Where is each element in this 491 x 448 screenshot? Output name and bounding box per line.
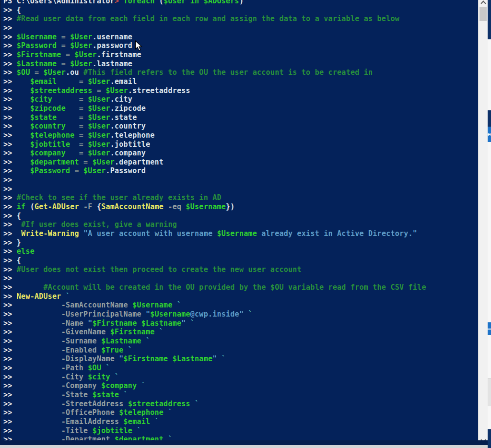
console-line: >> $Password = $User.password [3, 41, 478, 50]
console-line: >> $state = $User.state [3, 113, 478, 122]
console-line: >> New-ADUser ` [3, 292, 478, 301]
console-line: >> $department = $User.department [3, 158, 478, 167]
console-line: >> -DisplayName "$Firstname $Lastname" ` [3, 354, 478, 364]
console-line: >> -SamAccountName $Username ` [3, 301, 478, 310]
console-line: >> } [3, 238, 478, 248]
scroll-up-button[interactable] [479, 0, 488, 6]
console-line: >> -Surname $Lastname ` [3, 337, 478, 346]
console-line: >> $email = $User.email [3, 77, 478, 86]
console-line: >> -Enabled $True ` [3, 346, 478, 355]
console-line: >> $Lastname = $User.lastname [3, 59, 478, 69]
console-line: >> #Read user data from each field in ea… [3, 14, 478, 24]
console-line: >> else [3, 247, 478, 256]
console-line: >> -UserPrincipalName "$Username@cwp.ins… [3, 310, 478, 319]
edge-browser-label: e [488, 131, 491, 138]
console-line: >> -Title $jobtitle ` [3, 426, 478, 436]
console-line: >> -Name "$Firstname $Lastname" ` [3, 319, 478, 328]
console-line: >> -Department $department ` [3, 435, 478, 440]
frame-bottom-strip [0, 445, 488, 448]
console-line: >> $city = $User.city [3, 95, 478, 104]
background-panel-strip [488, 378, 491, 406]
console-line: >> -State $state ` [3, 390, 478, 400]
console-line: >> Write-Warning "A user account with us… [3, 229, 478, 238]
console-output: PS C:\Users\Administrator> foreach ($Use… [3, 0, 478, 440]
console-line: >> { [3, 256, 478, 265]
console-line: PS C:\Users\Administrator> foreach ($Use… [3, 0, 478, 6]
console-line: >> if (Get-ADUser -F {SamAccountName -eq… [3, 202, 478, 212]
minimize-icon [488, 329, 491, 330]
powershell-console[interactable]: PS C:\Users\Administrator> foreach ($Use… [0, 0, 478, 440]
console-line: >> $streetaddress = $User.streetaddress [3, 86, 478, 95]
console-line: >> $country = $User.country [3, 122, 478, 131]
console-line: >> $telephone = $User.telephone [3, 131, 478, 140]
console-line: >> #User does not exist then proceed to … [3, 265, 478, 274]
console-line: >> -City $city ` [3, 373, 478, 382]
background-window-strip [488, 0, 491, 39]
console-line: >> $Firstname = $User.firstname [3, 50, 478, 59]
console-line: >> -StreetAddress $streetaddress ` [3, 400, 478, 409]
console-line: >> [3, 176, 478, 185]
edge-browser-button[interactable]: e [488, 127, 491, 142]
scrollbar-thumb[interactable] [479, 7, 487, 21]
console-line: >> $zipcode = $User.zipcode [3, 104, 478, 113]
console-line: >> [3, 24, 478, 33]
console-line: >> -EmailAddress $email ` [3, 417, 478, 426]
console-line: >> $OU = $User.ou #This field refers to … [3, 68, 478, 77]
console-line: >> -Company $company ` [3, 381, 478, 390]
console-line: >> -GivenName $Firstname ` [3, 328, 478, 337]
minimize-button[interactable] [488, 322, 491, 335]
console-line: >> $Username = $User.username [3, 33, 478, 42]
background-window-strip [488, 429, 491, 448]
console-line: >> $jobtitle = $User.jobtitle [3, 140, 478, 149]
console-bottom-edge [0, 440, 488, 445]
console-line: >> { [3, 212, 478, 221]
console-line: >> $company = $User.company [3, 149, 478, 158]
background-window-strip [488, 110, 491, 127]
console-line: >> [3, 185, 478, 194]
console-line: >> #Account will be created in the OU pr… [3, 283, 478, 292]
scrollbar[interactable] [478, 0, 488, 445]
background-window-edge: e [488, 0, 491, 448]
chevron-up-icon [480, 0, 486, 6]
console-line: >> #If user does exist, give a warning [3, 220, 478, 229]
console-line: >> -Path $OU ` [3, 364, 478, 373]
console-line: >> #Check to see if the user already exi… [3, 193, 478, 202]
console-line: >> { [3, 6, 478, 15]
console-line: >> -OfficePhone $telephone ` [3, 408, 478, 417]
console-line: >> $Password = $User.Password [3, 166, 478, 176]
console-line: >> [3, 274, 478, 283]
